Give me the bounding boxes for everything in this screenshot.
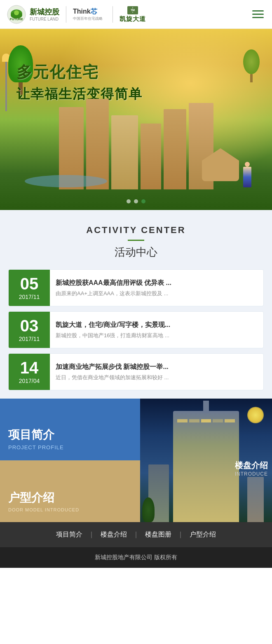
logo-road: 凯旋大道 [120,15,146,23]
footer-nav-divider-1: ｜ [88,530,95,539]
news-title: 新城控股获AAA最高信用评级 优异表 ... [56,278,258,287]
logo-think: Think芯 [73,7,103,16]
logo-brand-en: FUTURE LAND [30,17,59,21]
logo-think-sub: 中国百年住宅战略 [73,16,103,21]
dot-2[interactable] [134,199,138,203]
logo-brand-cn: 新城控股 [30,7,59,17]
dot-1[interactable] [127,199,131,203]
news-month: 2017/11 [19,336,40,342]
brand-logo-icon: FUTURE [7,5,26,24]
svg-text:TM: TM [131,9,135,12]
news-day: 14 [20,359,39,376]
footer-nav-item-3[interactable]: 楼盘图册 [139,530,177,539]
pond-decoration [25,175,107,187]
banner-text-block: 多元化住宅 让幸福生活变得简单 [16,62,256,103]
menu-line-3 [252,17,264,18]
project-left-panel: 项目简介 PROJECT PROFILE 户型介绍 DOOR MODEL INT… [0,399,140,522]
building-windows [177,419,235,422]
news-desc: 由原来的AA+上调至AAA，这表示新城控股及 ... [56,290,258,297]
news-desc: 近日，凭借在商业地产领域的加速拓展和较好 ... [56,374,258,381]
news-title: 加速商业地产拓展步伐 新城控股一举... [56,362,258,371]
footer-nav-item-2[interactable]: 楼盘介绍 [95,530,133,539]
news-date-box: 14 2017/04 [9,354,50,390]
footer-nav-divider-3: ｜ [177,530,184,539]
banner-indicators [127,199,145,203]
footer-nav-item-4[interactable]: 户型介绍 [184,530,222,539]
news-day: 03 [20,317,39,334]
project-profile-cn: 项目简介 [8,427,132,443]
night-tree [142,497,155,522]
footer-nav-divider-2: ｜ [133,530,139,539]
main-building [173,411,239,522]
logo-group: FUTURE 新城控股 FUTURE LAND Think芯 中国百年住宅战略 … [7,5,146,24]
moon-light [247,407,264,423]
news-month: 2017/04 [19,378,40,384]
project-door-en: DOOR MODEL INTRODUCED [8,507,132,512]
activity-title-cn: 活动中心 [8,245,264,259]
news-day: 05 [20,275,39,292]
footer-nav-item-1[interactable]: 项目简介 [50,530,88,539]
news-content: 新城控股获AAA最高信用评级 优异表 ... 由原来的AA+上调至AAA，这表示… [50,270,263,306]
news-item[interactable]: 14 2017/04 加速商业地产拓展步伐 新城控股一举... 近日，凭借在商业… [8,353,264,390]
project-door-cn: 户型介绍 [8,490,132,506]
project-door-block[interactable]: 户型介绍 DOOR MODEL INTRODUCED [0,460,140,522]
logo-think-group: Think芯 中国百年住宅战略 [73,7,103,21]
menu-button[interactable] [251,7,265,22]
side-building-right [247,477,264,522]
project-right-label: 楼盘介绍 INTRODUCE [235,460,268,477]
header: FUTURE 新城控股 FUTURE LAND Think芯 中国百年住宅战略 … [0,0,272,29]
logo-road-group: TM 凯旋大道 [120,5,146,23]
project-profile-block[interactable]: 项目简介 PROJECT PROFILE [0,399,140,460]
news-date-box: 03 2017/11 [9,312,50,348]
news-list: 05 2017/11 新城控股获AAA最高信用评级 优异表 ... 由原来的AA… [8,269,264,390]
footer-nav: 项目简介 ｜ 楼盘介绍 ｜ 楼盘图册 ｜ 户型介绍 [0,522,272,547]
project-profile-en: PROJECT PROFILE [8,444,132,450]
copyright-text: 新城控股地产有限公司 版权所有 [95,554,177,560]
gazebo-decoration [202,148,239,185]
project-building-image[interactable]: 楼盘介绍 INTRODUCE [140,399,272,522]
building-4 [141,124,161,189]
road-logo-icon: TM [127,5,139,15]
menu-line-2 [252,14,264,15]
project-building-cn: 楼盘介绍 [235,460,268,471]
news-month: 2017/11 [19,294,40,300]
news-item[interactable]: 05 2017/11 新城控股获AAA最高信用评级 优异表 ... 由原来的AA… [8,269,264,306]
gazebo-body [202,161,239,181]
building-5 [164,109,186,189]
person-figure [243,167,251,187]
footer-copyright: 新城控股地产有限公司 版权所有 [0,547,272,568]
logo-divider [66,6,66,23]
news-content: 凯旋大道，住宅/商业/写字楼，实景现... 新城控股，中国地产16强，打造廊坊财… [50,312,263,348]
building-antenna [203,401,209,413]
logo-text-group: 新城控股 FUTURE LAND [30,7,59,21]
logo-divider2 [113,6,113,23]
news-date-box: 05 2017/11 [9,270,50,306]
gazebo-roof [202,148,239,161]
news-title: 凯旋大道，住宅/商业/写字楼，实景现... [56,320,258,329]
svg-point-3 [14,10,19,15]
activity-title-en: ACTIVITY CENTER [8,225,264,236]
news-item[interactable]: 03 2017/11 凯旋大道，住宅/商业/写字楼，实景现... 新城控股，中国… [8,311,264,348]
menu-line-1 [252,10,264,12]
section-divider [128,240,144,241]
news-content: 加速商业地产拓展步伐 新城控股一举... 近日，凭借在商业地产领域的加速拓展和较… [50,354,263,390]
project-section: 项目简介 PROJECT PROFILE 户型介绍 DOOR MODEL INT… [0,399,272,522]
news-desc: 新城控股，中国地产16强，打造廊坊财富高地 ... [56,332,258,339]
banner-title-1: 多元化住宅 [16,62,256,83]
project-building-en: INTRODUCE [235,471,268,477]
hero-banner: 多元化住宅 让幸福生活变得简单 [0,29,272,210]
dot-3[interactable] [141,199,145,203]
building-3 [111,115,138,189]
activity-center-section: ACTIVITY CENTER 活动中心 05 2017/11 新城控股获AAA… [0,210,272,399]
svg-text:FUTURE: FUTURE [10,17,23,21]
